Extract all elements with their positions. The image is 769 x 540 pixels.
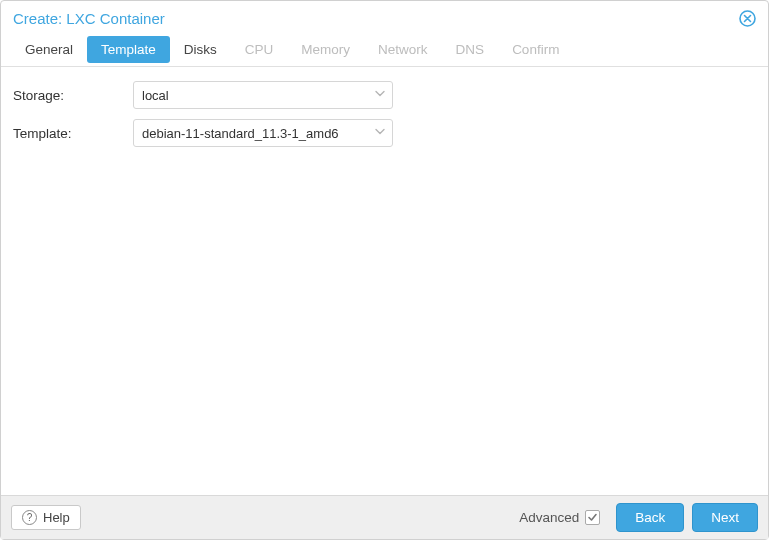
- tab-dns: DNS: [442, 36, 499, 64]
- template-label: Template:: [13, 126, 133, 141]
- storage-row: Storage: local: [13, 81, 756, 109]
- tab-general[interactable]: General: [11, 36, 87, 64]
- dialog-body: Storage: local Template: debian-11-stand…: [1, 67, 768, 495]
- tab-template[interactable]: Template: [87, 36, 170, 64]
- tab-disks[interactable]: Disks: [170, 36, 231, 64]
- tab-memory: Memory: [287, 36, 364, 64]
- tab-network: Network: [364, 36, 442, 64]
- advanced-label: Advanced: [519, 510, 579, 525]
- storage-select[interactable]: local: [133, 81, 393, 109]
- help-label: Help: [43, 510, 70, 525]
- wizard-tabs: General Template Disks CPU Memory Networ…: [1, 33, 768, 67]
- dialog-header: Create: LXC Container: [1, 1, 768, 33]
- storage-label: Storage:: [13, 88, 133, 103]
- back-button[interactable]: Back: [616, 503, 684, 532]
- chevron-down-icon: [374, 88, 386, 103]
- template-select[interactable]: debian-11-standard_11.3-1_amd6: [133, 119, 393, 147]
- check-icon: [587, 512, 598, 523]
- dialog-footer: ? Help Advanced Back Next: [1, 495, 768, 539]
- chevron-down-icon: [374, 126, 386, 141]
- next-button[interactable]: Next: [692, 503, 758, 532]
- tab-cpu: CPU: [231, 36, 288, 64]
- advanced-toggle: Advanced: [519, 510, 600, 525]
- dialog-title: Create: LXC Container: [13, 10, 165, 27]
- template-value: debian-11-standard_11.3-1_amd6: [142, 126, 339, 141]
- create-lxc-dialog: Create: LXC Container General Template D…: [0, 0, 769, 540]
- close-button[interactable]: [738, 9, 756, 27]
- advanced-checkbox[interactable]: [585, 510, 600, 525]
- help-icon: ?: [22, 510, 37, 525]
- tab-confirm: Confirm: [498, 36, 573, 64]
- template-row: Template: debian-11-standard_11.3-1_amd6: [13, 119, 756, 147]
- storage-value: local: [142, 88, 169, 103]
- help-button[interactable]: ? Help: [11, 505, 81, 530]
- close-icon: [739, 10, 756, 27]
